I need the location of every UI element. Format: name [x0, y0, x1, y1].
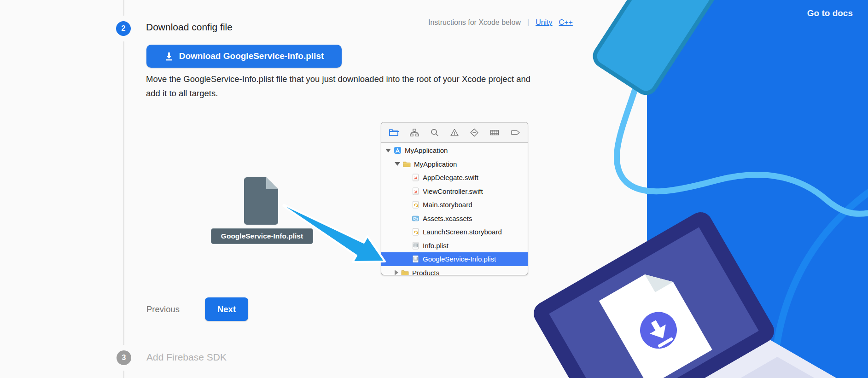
- step-2-title: Download config file: [146, 22, 233, 33]
- laptop-illustration: [529, 208, 868, 378]
- row-launchscreen-storyboard[interactable]: LaunchScreen.storyboard: [381, 225, 528, 239]
- disclosure-down-icon[interactable]: [385, 149, 391, 152]
- platform-switcher: Instructions for Xcode below | Unity C++: [428, 18, 573, 27]
- breakpoint-diamond-icon[interactable]: [470, 128, 479, 137]
- folder-icon: [403, 160, 411, 168]
- swift-file-icon: [412, 187, 419, 195]
- previous-button[interactable]: Previous: [146, 304, 180, 314]
- divider: |: [527, 18, 529, 27]
- project-navigator-folder-icon[interactable]: [389, 128, 399, 137]
- row-project-myapplication[interactable]: MyApplication: [381, 144, 528, 157]
- folder-icon: [401, 269, 409, 275]
- cpp-link[interactable]: C++: [559, 18, 573, 27]
- stepper-rail-bottom: [123, 371, 124, 378]
- plist-document-icon: [244, 177, 278, 225]
- download-document-illustration: [599, 264, 712, 378]
- app-project-icon: [394, 146, 402, 154]
- xcode-file-tree: MyApplication MyApplication AppDelegate.…: [381, 143, 528, 275]
- stepper-rail-middle: [123, 41, 124, 345]
- disclosure-right-icon[interactable]: [395, 270, 398, 275]
- storyboard-file-icon: [412, 201, 419, 209]
- row-assets-xcassets[interactable]: Assets.xcassets: [381, 212, 528, 226]
- stepper-rail-top: [123, 0, 124, 16]
- row-appdelegate-swift[interactable]: AppDelegate.swift: [381, 171, 528, 185]
- unity-link[interactable]: Unity: [536, 18, 552, 27]
- plist-file-label: GoogleService-Info.plist: [211, 228, 313, 244]
- cable-line: [617, 85, 868, 214]
- decor-circle-outline: [775, 148, 868, 378]
- step-3-badge: 3: [117, 350, 131, 365]
- swift-file-icon: [412, 174, 419, 181]
- platform-note: Instructions for Xcode below: [428, 18, 521, 27]
- row-folder-myapplication[interactable]: MyApplication: [381, 157, 528, 171]
- plist-file-icon: [412, 242, 419, 250]
- download-icon: [164, 52, 174, 61]
- disclosure-down-icon[interactable]: [395, 162, 400, 166]
- symbol-navigator-icon[interactable]: [409, 128, 419, 137]
- step-2-description: Move the GoogleService-Info.plist file t…: [146, 72, 597, 100]
- row-info-plist[interactable]: Info.plist: [381, 239, 528, 253]
- plist-file-icon: [412, 255, 419, 263]
- xcassets-icon: [412, 215, 419, 222]
- go-to-docs-link[interactable]: Go to docs: [807, 8, 853, 18]
- blue-side-panel: [647, 0, 868, 378]
- search-icon[interactable]: [430, 128, 439, 137]
- tag-pennant-icon[interactable]: [510, 128, 520, 137]
- row-folder-products[interactable]: Products: [381, 266, 528, 276]
- firebase-setup-page: 2 Download config file Instructions for …: [0, 0, 868, 378]
- step-2-badge: 2: [116, 21, 131, 36]
- row-viewcontroller-swift[interactable]: ViewController.swift: [381, 185, 528, 198]
- next-button[interactable]: Next: [205, 297, 248, 321]
- storyboard-file-icon: [412, 228, 419, 236]
- xcode-navigator-toolbar: [381, 122, 528, 143]
- step-3-title: Add Firebase SDK: [146, 352, 227, 363]
- row-googleservice-info-plist[interactable]: GoogleService-Info.plist: [381, 252, 528, 266]
- xcode-navigator-panel: MyApplication MyApplication AppDelegate.…: [381, 122, 528, 275]
- report-list-icon[interactable]: [489, 128, 500, 137]
- issue-navigator-warning-icon[interactable]: [450, 128, 459, 137]
- download-plist-button[interactable]: Download GoogleService-Info.plist: [146, 45, 342, 68]
- phone-illustration: [591, 0, 745, 97]
- row-main-storyboard[interactable]: Main.storyboard: [381, 198, 528, 212]
